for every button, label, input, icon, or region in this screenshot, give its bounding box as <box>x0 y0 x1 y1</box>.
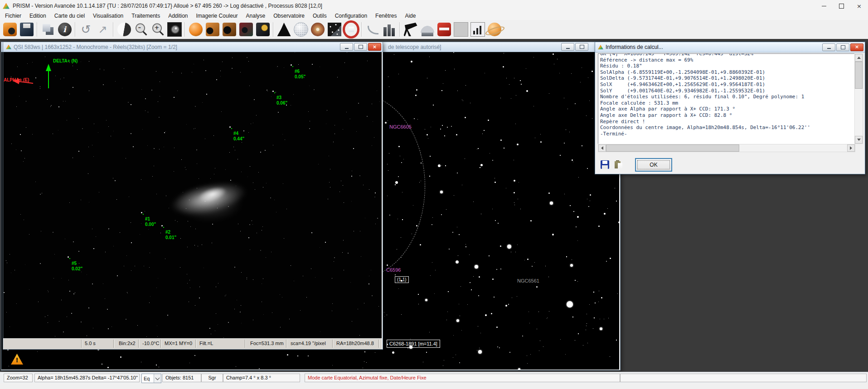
contrast-button[interactable] <box>116 21 132 38</box>
chart-restore-button[interactable] <box>575 43 588 51</box>
scroll-right-button[interactable] <box>847 144 855 152</box>
star <box>63 331 64 332</box>
save-log-button[interactable] <box>601 160 609 169</box>
menu-visualisation[interactable]: Visualisation <box>89 12 127 19</box>
scroll-left-button[interactable] <box>598 144 606 152</box>
app-close-button[interactable]: × <box>850 0 868 12</box>
camera-ccd-button[interactable] <box>254 21 271 38</box>
star <box>473 276 474 277</box>
planet-saturn-button[interactable] <box>486 21 503 38</box>
menu-configuration[interactable]: Configuration <box>331 12 371 19</box>
star <box>500 269 501 269</box>
star <box>453 335 454 336</box>
star <box>150 253 150 253</box>
rotate-image-button[interactable]: ↺ <box>78 21 94 38</box>
image-canvas[interactable]: DELTA+ (N) ALPHA+ (E) #6 0.05"#3 0.06"#4… <box>3 52 382 338</box>
camera-orange-button[interactable] <box>204 21 221 38</box>
menu-edition[interactable]: Edition <box>25 12 50 19</box>
star <box>285 139 285 140</box>
star <box>280 327 281 327</box>
star <box>241 272 242 273</box>
star <box>367 116 368 117</box>
focus-sphere-button[interactable] <box>187 21 204 38</box>
ok-button[interactable]: OK <box>635 158 672 172</box>
dome-gray-button[interactable] <box>419 21 436 38</box>
star <box>232 58 233 58</box>
image-close-button[interactable]: × <box>368 43 381 51</box>
open-image-button[interactable] <box>1 21 18 38</box>
image-restore-button[interactable] <box>354 43 367 51</box>
calc-dialog: Informations de calcul... × OK [4] X=100… <box>595 42 865 174</box>
sync-red-button[interactable] <box>343 21 359 38</box>
menu-fen-tres[interactable]: Fenêtres <box>371 12 401 19</box>
scroll-down-button[interactable] <box>855 136 863 144</box>
star <box>282 134 283 134</box>
menu-observatoire[interactable]: Observatoire <box>269 12 309 19</box>
star <box>113 131 114 131</box>
save-image-button[interactable] <box>18 21 35 38</box>
menu-fichier[interactable]: Fichier <box>1 12 25 19</box>
zoom-in-button[interactable] <box>149 21 166 38</box>
copy-log-button[interactable] <box>614 160 622 169</box>
star <box>421 181 421 181</box>
calc-dialog-titlebar[interactable]: Informations de calcul... × <box>595 42 865 53</box>
image-minimize-button[interactable] <box>340 43 353 51</box>
star <box>158 101 158 102</box>
star <box>220 71 221 71</box>
menu-traitements[interactable]: Traitements <box>127 12 164 19</box>
star <box>473 202 474 202</box>
menu-aide[interactable]: Aide <box>401 12 420 19</box>
star <box>346 112 347 112</box>
camera-dark-button[interactable] <box>238 21 254 38</box>
dialog-maximize-button[interactable] <box>836 43 849 51</box>
cd-copper-button[interactable] <box>309 21 326 38</box>
vertical-scroll-thumb[interactable] <box>855 62 863 89</box>
star <box>159 117 160 118</box>
towers-dark-button[interactable] <box>381 21 398 38</box>
vertical-scrollbar[interactable] <box>854 53 863 144</box>
star <box>38 302 39 302</box>
curve-tool-button[interactable] <box>364 21 381 38</box>
image-window-titlebar[interactable]: QSI 583ws | 1663x1252 - Monochrome - Rée… <box>3 42 383 52</box>
shift-image-button[interactable]: ↗ <box>94 21 111 38</box>
open-image-icon <box>3 23 17 36</box>
zoom-region-button[interactable] <box>166 21 183 38</box>
star <box>148 112 148 112</box>
frame-select-dropdown[interactable] <box>154 374 161 383</box>
tool-red-button[interactable] <box>436 21 452 38</box>
star <box>247 57 247 58</box>
app-maximize-button[interactable] <box>833 0 850 12</box>
peak-black-button[interactable] <box>276 21 292 38</box>
menu-imagerie-couleur[interactable]: Imagerie Couleur <box>192 12 242 19</box>
statusbar-field: Champ=7.4 ° x 8.3 ° <box>223 374 300 382</box>
minimize-icon <box>827 48 831 49</box>
dialog-close-button[interactable]: × <box>850 43 863 51</box>
scroll-up-button[interactable] <box>855 54 863 62</box>
menubar: FichierEditionCarte du cielVisualisation… <box>0 12 868 20</box>
star <box>115 180 116 181</box>
image-info-button[interactable]: i <box>56 21 73 38</box>
star <box>141 212 142 213</box>
star-globe-button[interactable] <box>292 21 309 38</box>
telescope-black-button[interactable] <box>402 21 419 38</box>
star <box>111 136 111 136</box>
app-minimize-button[interactable] <box>815 0 833 12</box>
horizontal-scroll-thumb[interactable] <box>606 144 739 152</box>
panel-disabled-button[interactable] <box>452 21 469 38</box>
menu-addition[interactable]: Addition <box>164 12 192 19</box>
star <box>586 326 587 326</box>
zoom-out-button[interactable] <box>132 21 149 38</box>
status-separator <box>138 340 139 348</box>
menu-outils[interactable]: Outils <box>309 12 331 19</box>
menu-carte-du-ciel[interactable]: Carte du ciel <box>50 12 89 19</box>
camera-brown-button[interactable] <box>221 21 238 38</box>
frame-select[interactable]: Eq <box>141 374 161 383</box>
copy-image-button[interactable] <box>39 21 56 38</box>
chart-minimize-button[interactable] <box>561 43 574 51</box>
starfield-cube-button[interactable] <box>326 21 343 38</box>
dialog-minimize-button[interactable] <box>822 43 835 51</box>
calc-output-log[interactable]: OK [4] X=1006.145 Y=509.142 res=0.445 di… <box>598 53 856 144</box>
horizontal-scrollbar[interactable] <box>598 144 855 152</box>
chart-mini-button[interactable] <box>469 21 486 38</box>
menu-analyse[interactable]: Analyse <box>242 12 270 19</box>
